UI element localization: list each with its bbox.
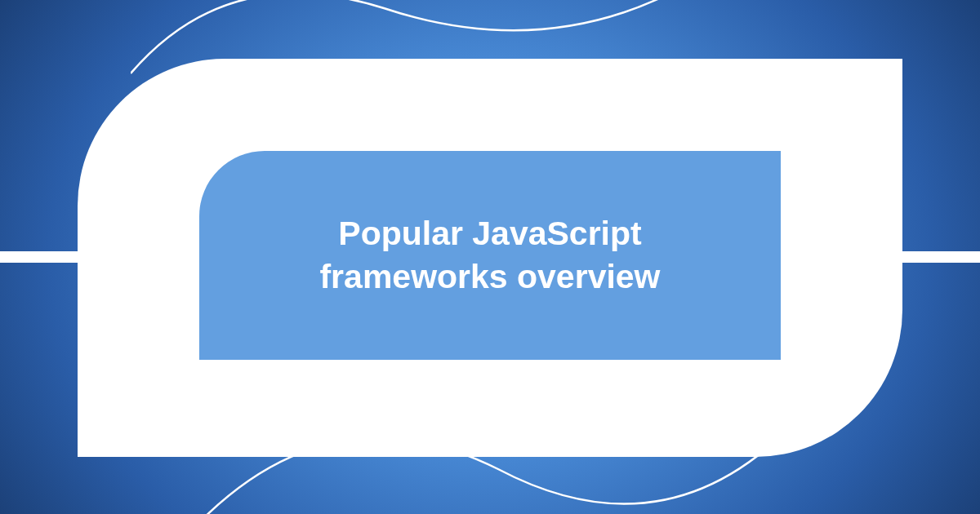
title-panel: Popular JavaScript frameworks overview bbox=[199, 151, 781, 360]
main-title: Popular JavaScript frameworks overview bbox=[240, 212, 740, 299]
